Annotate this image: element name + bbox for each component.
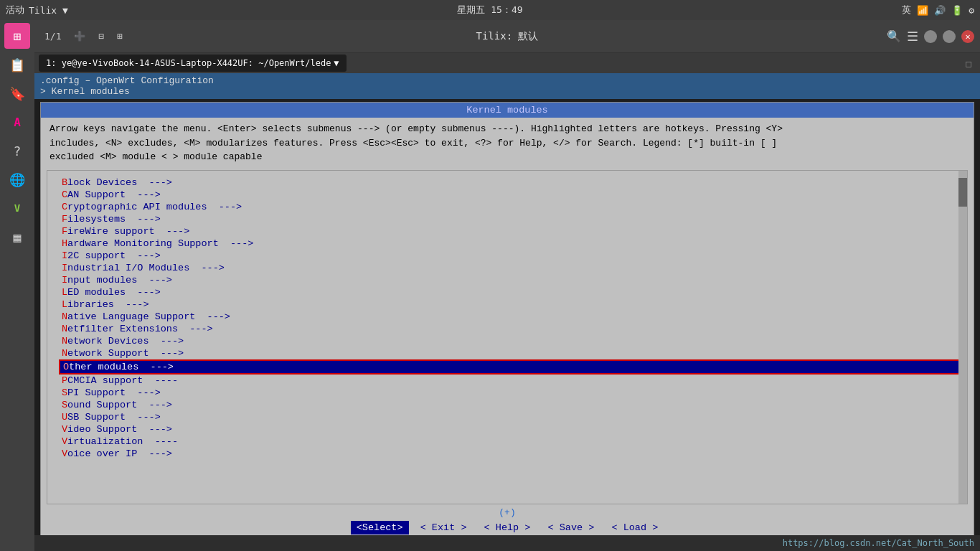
hotkey-letter: F [62, 214, 67, 225]
minimize-button[interactable]: ─ [924, 30, 937, 43]
menu-item-spi-support[interactable]: SPI Support ---> [47, 387, 967, 399]
hotkey-letter: V [62, 436, 67, 447]
hotkey-letter: L [62, 287, 67, 298]
menu-item-network-devices[interactable]: Network Devices ---> [47, 335, 967, 347]
help-line-1: Arrow keys navigate the menu. <Enter> se… [50, 122, 965, 136]
sidebar-icon-notes[interactable]: 📋 [4, 52, 30, 77]
menu-item-voip[interactable]: Voice over IP ---> [47, 448, 967, 460]
main-window: 1/1 ➕ ⊟ ⊞ Tilix: 默认 🔍 ☰ ─ □ ✕ 1: ye@ye-V… [34, 20, 980, 551]
split-h-button[interactable]: ⊟ [94, 29, 108, 43]
maximize-button[interactable]: □ [943, 30, 956, 43]
menu-item-firewire[interactable]: FireWire support ---> [47, 225, 967, 237]
menu-item-sound-support[interactable]: Sound Support ---> [47, 399, 967, 411]
select-button[interactable]: <Select> [351, 521, 409, 534]
sidebar: ⊞ 📋 🔖 A ? 🌐 V ▦ [0, 20, 34, 551]
menu-item-filesystems[interactable]: Filesystems ---> [47, 213, 967, 225]
split-v-button[interactable]: ⊞ [113, 29, 127, 43]
kconfig-hint: (+) [41, 506, 974, 519]
tab-bar: 1: ye@ye-VivoBook-14-ASUS-Laptop-X442UF:… [34, 53, 980, 73]
sidebar-icon-grid[interactable]: ⊞ [4, 23, 30, 49]
terminal-area[interactable]: .config – OpenWrt Configuration > Kernel… [34, 73, 980, 551]
activities-label[interactable]: 活动 [6, 4, 24, 17]
menu-item-can-support[interactable]: CAN Support ---> [47, 189, 967, 201]
tilix-title: Tilix: 默认 [476, 30, 538, 43]
wifi-icon: 📶 [917, 5, 928, 16]
menu-item-libraries[interactable]: Libraries ---> [47, 298, 967, 311]
scrollbar[interactable] [958, 171, 967, 504]
system-bar-left: 活动 Tilix ▼ [6, 4, 68, 17]
hotkey-letter: V [62, 424, 67, 435]
hotkey-letter: H [62, 238, 67, 249]
datetime: 星期五 15：49 [457, 4, 522, 17]
menu-item-pcmcia[interactable]: PCMCIA support ---- [47, 375, 967, 387]
terminal-tab-label: 1: ye@ye-VivoBook-14-ASUS-Laptop-X442UF:… [46, 58, 331, 68]
menu-item-other-modules[interactable]: Other modules ---> [59, 359, 964, 375]
menu-item-i2c-support[interactable]: I2C support ---> [47, 250, 967, 262]
system-bar: 活动 Tilix ▼ 星期五 15：49 英 📶 🔊 🔋 ⚙ [0, 0, 980, 20]
search-icon[interactable]: 🔍 [887, 29, 901, 43]
hotkey-letter: I [62, 275, 67, 286]
help-line-3: excluded <M> module < > module capable [50, 150, 965, 164]
hotkey-letter: U [62, 412, 67, 423]
hotkey-letter: O [63, 362, 69, 372]
menu-item-crypto-api[interactable]: Cryptographic API modules ---> [47, 201, 967, 213]
hotkey-letter: L [62, 299, 67, 310]
menu-item-netfilter[interactable]: Netfilter Extensions ---> [47, 323, 967, 335]
terminal-tab[interactable]: 1: ye@ye-VivoBook-14-ASUS-Laptop-X442UF:… [39, 55, 347, 72]
tab-dropdown-icon[interactable]: ▼ [334, 58, 339, 68]
sidebar-icon-font[interactable]: A [4, 109, 30, 135]
menu-item-virtualization[interactable]: Virtualization ---- [47, 435, 967, 448]
bottom-bar: https://blog.csdn.net/Cat_North_South [34, 535, 980, 551]
menu-item-input-modules[interactable]: Input modules ---> [47, 274, 967, 286]
volume-icon: 🔊 [934, 5, 946, 16]
exit-button[interactable]: < Exit > [415, 522, 479, 533]
save-button[interactable]: < Save > [542, 522, 606, 533]
tilix-toolbar: 1/1 ➕ ⊟ ⊞ Tilix: 默认 🔍 ☰ ─ □ ✕ [34, 20, 980, 53]
hotkey-letter: I [62, 263, 67, 273]
add-tab-button[interactable]: ➕ [70, 29, 90, 43]
kconfig-window: Kernel modules Arrow keys navigate the m… [40, 102, 974, 537]
menu-item-video-support[interactable]: Video Support ---> [47, 423, 967, 435]
sidebar-icon-terminal[interactable]: ▦ [4, 224, 30, 250]
hotkey-letter: I [62, 250, 67, 261]
help-line-2: includes, <N> excludes, <M> modularizes … [50, 136, 965, 151]
config-path: .config – OpenWrt Configuration [40, 75, 974, 86]
close-tab-icon[interactable]: □ [961, 57, 976, 70]
kconfig-footer: <Select> < Exit > < Help > < Save > < Lo… [41, 519, 974, 536]
kconfig-menu[interactable]: Block Devices --->CAN Support --->Crypto… [47, 170, 968, 505]
hotkey-letter: N [62, 348, 67, 359]
tab-counter: 1/1 [40, 29, 65, 43]
load-button[interactable]: < Load > [606, 522, 664, 533]
scroll-thumb[interactable] [958, 178, 967, 207]
menu-items-container: Block Devices --->CAN Support --->Crypto… [47, 176, 967, 460]
hotkey-letter: F [62, 226, 67, 237]
settings-icon[interactable]: ⚙ [969, 5, 974, 16]
menu-item-native-lang[interactable]: Native Language Support ---> [47, 311, 967, 323]
app-name: Tilix ▼ [29, 5, 68, 16]
hotkey-letter: P [62, 375, 67, 386]
menu-item-industrial-io[interactable]: Industrial I/O Modules ---> [47, 262, 967, 274]
breadcrumb-bar: .config – OpenWrt Configuration > Kernel… [34, 73, 980, 99]
hotkey-letter: B [62, 177, 67, 188]
bottom-url[interactable]: https://blog.csdn.net/Cat_North_South [783, 538, 974, 548]
battery-icon: 🔋 [951, 5, 963, 16]
menu-item-led-modules[interactable]: LED modules ---> [47, 286, 967, 298]
menu-icon[interactable]: ☰ [907, 29, 918, 44]
sidebar-icon-vim[interactable]: V [4, 195, 30, 221]
dropdown-arrow[interactable]: ▼ [62, 5, 68, 16]
lang-indicator[interactable]: 英 [902, 4, 911, 17]
hotkey-letter: V [62, 448, 67, 459]
hotkey-letter: S [62, 400, 67, 410]
toolbar-right: 🔍 ☰ ─ □ ✕ [887, 29, 974, 44]
hotkey-letter: N [62, 311, 67, 322]
menu-item-block-devices[interactable]: Block Devices ---> [47, 176, 967, 189]
menu-item-hw-monitoring[interactable]: Hardware Monitoring Support ---> [47, 237, 967, 250]
hotkey-letter: N [62, 336, 67, 347]
close-button[interactable]: ✕ [961, 30, 974, 43]
sidebar-icon-help[interactable]: ? [4, 138, 30, 164]
menu-item-usb-support[interactable]: USB Support ---> [47, 411, 967, 423]
help-button[interactable]: < Help > [479, 522, 542, 533]
sidebar-icon-browser[interactable]: 🌐 [4, 166, 30, 192]
sidebar-icon-bookmark[interactable]: 🔖 [4, 80, 30, 106]
menu-item-network-support[interactable]: Network Support ---> [47, 347, 967, 359]
